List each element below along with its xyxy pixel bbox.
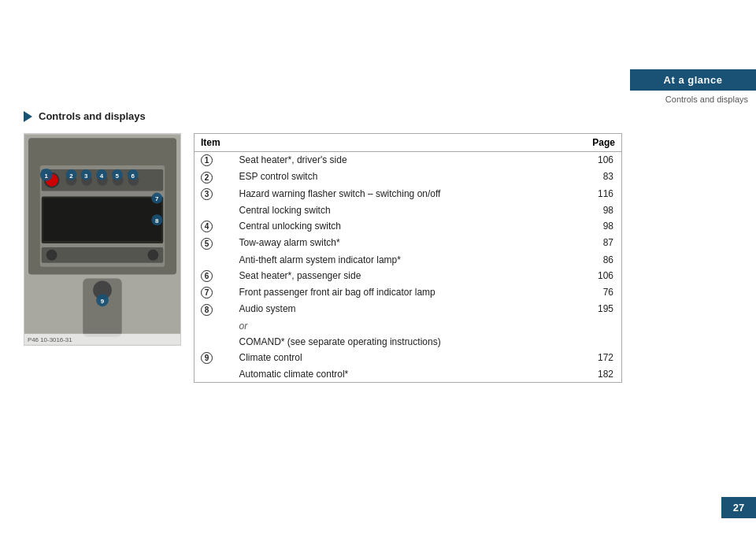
row-page: 86 — [566, 252, 621, 268]
svg-point-15 — [147, 250, 158, 261]
circle-number: 3 — [201, 188, 213, 200]
table-row: 8Audio system195 — [195, 301, 622, 317]
svg-text:1: 1 — [45, 172, 49, 180]
circle-number: 6 — [201, 270, 213, 282]
col-page-header: Page — [566, 134, 621, 152]
row-page: 83 — [566, 169, 621, 185]
row-page: 106 — [566, 152, 621, 169]
svg-text:7: 7 — [155, 195, 159, 202]
row-text: Audio system — [233, 301, 567, 317]
table-row: 7Front passenger front air bag off indic… — [195, 284, 622, 301]
main-content: Controls and displays — [24, 110, 622, 487]
table-row: Anti-theft alarm system indicator lamp*8… — [195, 252, 622, 268]
row-text: ESP control switch — [233, 169, 567, 185]
row-number — [195, 252, 233, 268]
row-number — [195, 202, 233, 218]
circle-number: 5 — [201, 238, 213, 250]
row-text: Front passenger front air bag off indica… — [233, 284, 567, 301]
svg-text:P46 10-3016-31: P46 10-3016-31 — [28, 336, 72, 343]
row-text: Hazard warning flasher switch – switchin… — [233, 186, 567, 202]
row-text: Seat heater*, driver's side — [233, 152, 567, 169]
row-text: or — [233, 318, 567, 334]
row-number: 2 — [195, 169, 233, 185]
table-row: 2ESP control switch83 — [195, 169, 622, 185]
table-row: 1Seat heater*, driver's side106 — [195, 152, 622, 169]
row-page: 182 — [566, 366, 621, 383]
content-row: 1 2 3 4 5 6 7 8 — [24, 133, 622, 383]
table-row: 4Central unlocking switch98 — [195, 218, 622, 235]
circle-number: 1 — [201, 154, 213, 166]
row-page: 87 — [566, 235, 621, 251]
row-number: 7 — [195, 284, 233, 301]
row-number: 3 — [195, 186, 233, 202]
row-page — [566, 334, 621, 350]
row-page: 98 — [566, 202, 621, 218]
dashboard-svg: 1 2 3 4 5 6 7 8 — [24, 134, 180, 345]
svg-text:9: 9 — [101, 298, 105, 305]
section-header: Controls and displays — [24, 110, 622, 122]
row-text: Climate control — [233, 350, 567, 366]
svg-text:6: 6 — [131, 172, 135, 180]
row-number: 9 — [195, 350, 233, 366]
row-number: 4 — [195, 218, 233, 235]
row-text: Anti-theft alarm system indicator lamp* — [233, 252, 567, 268]
table-row: 6Seat heater*, passenger side106 — [195, 268, 622, 284]
table-row: Automatic climate control*182 — [195, 366, 622, 383]
items-table: Item Page 1Seat heater*, driver's side10… — [194, 133, 622, 383]
row-page: 116 — [566, 186, 621, 202]
circle-number: 9 — [201, 352, 213, 364]
svg-text:4: 4 — [100, 172, 104, 180]
svg-text:5: 5 — [116, 172, 120, 180]
row-text: Central locking switch — [233, 202, 567, 218]
svg-text:3: 3 — [84, 172, 88, 180]
row-text: Central unlocking switch — [233, 218, 567, 235]
row-number: 8 — [195, 301, 233, 317]
row-number — [195, 318, 233, 334]
circle-number: 4 — [201, 221, 213, 232]
svg-text:2: 2 — [69, 172, 73, 180]
circle-number: 8 — [201, 304, 213, 316]
col-item-header: Item — [195, 134, 567, 152]
car-image: 1 2 3 4 5 6 7 8 — [24, 133, 181, 346]
row-page: 98 — [566, 218, 621, 235]
row-page: 195 — [566, 301, 621, 317]
svg-rect-12 — [43, 198, 161, 241]
svg-rect-13 — [42, 247, 163, 263]
table-row: 9Climate control172 — [195, 350, 622, 366]
page-number: 27 — [721, 497, 756, 518]
table-row: Central locking switch98 — [195, 202, 622, 218]
chapter-subtitle: Controls and displays — [665, 95, 748, 104]
row-number: 6 — [195, 268, 233, 284]
at-a-glance-tab: At a glance — [630, 69, 756, 91]
row-page — [566, 318, 621, 334]
section-title: Controls and displays — [39, 110, 146, 122]
row-number: 5 — [195, 235, 233, 251]
row-number — [195, 366, 233, 383]
table-row: or — [195, 318, 622, 334]
row-text: Tow-away alarm switch* — [233, 235, 567, 251]
row-number — [195, 334, 233, 350]
row-text: Automatic climate control* — [233, 366, 567, 383]
row-text: COMAND* (see separate operating instruct… — [233, 334, 567, 350]
row-page: 172 — [566, 350, 621, 366]
row-number: 1 — [195, 152, 233, 169]
svg-point-14 — [46, 250, 57, 261]
row-page: 106 — [566, 268, 621, 284]
svg-text:8: 8 — [155, 217, 159, 224]
circle-number: 7 — [201, 287, 213, 299]
table-row: 5Tow-away alarm switch*87 — [195, 235, 622, 251]
table-row: COMAND* (see separate operating instruct… — [195, 334, 622, 350]
table-row: 3Hazard warning flasher switch – switchi… — [195, 186, 622, 202]
circle-number: 2 — [201, 172, 213, 184]
row-page: 76 — [566, 284, 621, 301]
triangle-icon — [24, 111, 32, 122]
row-text: Seat heater*, passenger side — [233, 268, 567, 284]
